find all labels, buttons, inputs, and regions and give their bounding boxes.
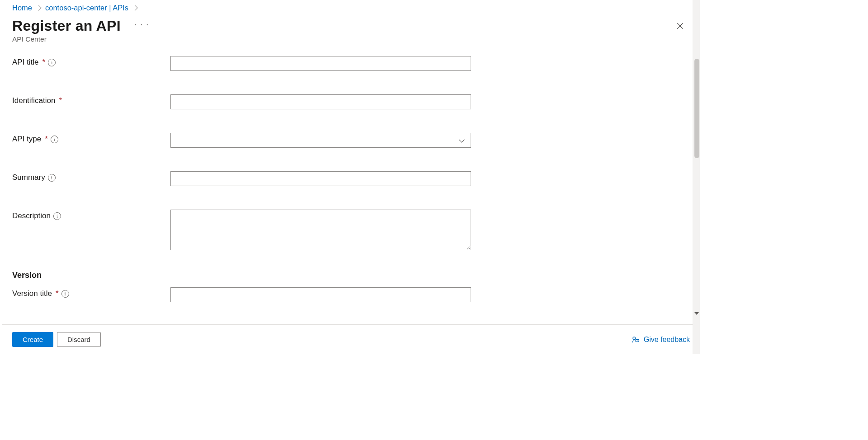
api-type-label: API type* — [12, 133, 170, 144]
identification-label: Identification* — [12, 94, 170, 105]
identification-input[interactable] — [170, 94, 471, 109]
give-feedback-button[interactable]: Give feedback — [631, 335, 690, 344]
version-title-input[interactable] — [170, 287, 471, 302]
info-icon[interactable] — [48, 174, 56, 182]
page-title: Register an API — [12, 18, 121, 34]
info-icon[interactable] — [53, 212, 61, 220]
breadcrumb-home[interactable]: Home — [12, 4, 32, 12]
create-button[interactable]: Create — [12, 332, 53, 347]
summary-input[interactable] — [170, 171, 471, 186]
api-title-label: API title* — [12, 56, 170, 67]
required-indicator: * — [42, 58, 46, 67]
feedback-icon — [631, 335, 640, 344]
breadcrumb-api-center[interactable]: contoso-api-center | APIs — [45, 4, 128, 12]
required-indicator: * — [45, 135, 48, 144]
page-header: Register an API · · · — [2, 13, 700, 35]
form-content: API title* Identification* API type* — [2, 50, 700, 324]
scroll-thumb[interactable] — [694, 59, 699, 158]
version-title-label: Version title* — [12, 287, 170, 298]
info-icon[interactable] — [61, 290, 69, 298]
version-section-heading: Version — [12, 271, 690, 280]
chevron-down-icon — [459, 137, 465, 143]
breadcrumb: Home contoso-api-center | APIs — [2, 0, 700, 13]
close-icon — [676, 22, 684, 30]
summary-label: Summary — [12, 171, 170, 182]
feedback-label: Give feedback — [644, 336, 690, 344]
close-button[interactable] — [672, 18, 688, 34]
required-indicator: * — [56, 289, 59, 298]
api-type-select[interactable] — [170, 133, 471, 148]
api-title-input[interactable] — [170, 56, 471, 71]
description-label: Description — [12, 210, 170, 220]
chevron-right-icon — [36, 5, 42, 11]
info-icon[interactable] — [48, 59, 56, 66]
vertical-scrollbar[interactable] — [693, 0, 700, 354]
svg-point-2 — [633, 337, 636, 339]
footer: Create Discard Give feedback — [2, 324, 700, 354]
scroll-down-arrow-icon — [694, 312, 699, 315]
chevron-right-icon — [132, 5, 138, 11]
description-textarea[interactable] — [170, 210, 471, 250]
discard-button[interactable]: Discard — [57, 332, 101, 347]
required-indicator: * — [59, 96, 62, 105]
page-subtitle: API Center — [2, 35, 700, 50]
more-actions-button[interactable]: · · · — [132, 22, 151, 31]
info-icon[interactable] — [51, 136, 58, 143]
